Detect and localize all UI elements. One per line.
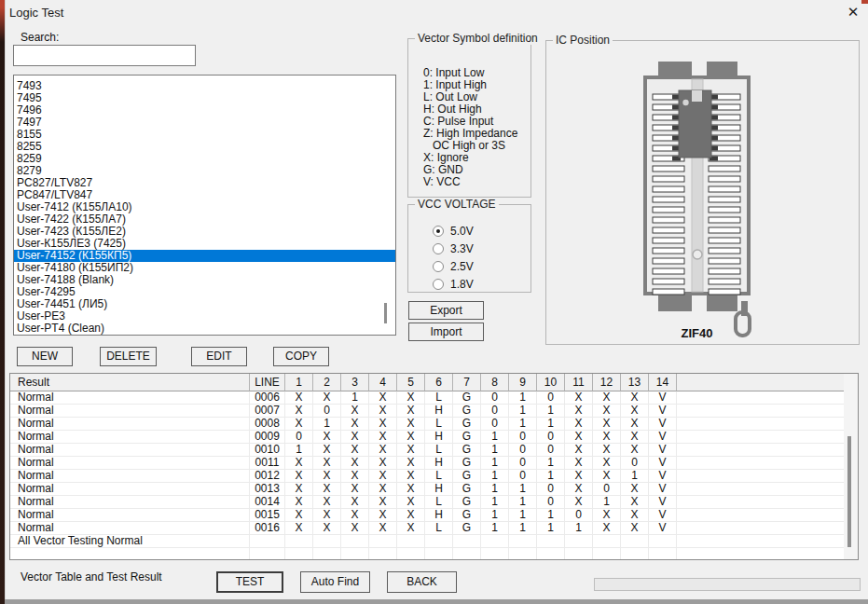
chip-list-scrollbar-thumb[interactable] — [384, 303, 387, 323]
column-header-pin[interactable]: 3 — [341, 374, 369, 391]
list-item[interactable]: User-PT4 (Clean) — [14, 323, 395, 335]
radio-icon[interactable] — [433, 243, 444, 254]
list-item[interactable]: 8255 — [14, 141, 395, 153]
vcc-option-label: 5.0V — [450, 225, 474, 238]
pin-cell: X — [369, 444, 397, 457]
radio-icon[interactable] — [433, 279, 444, 290]
list-item[interactable]: User-74451 (ЛИ5) — [14, 298, 395, 310]
column-header-pin[interactable]: 4 — [369, 374, 397, 391]
pin-cell: L — [425, 444, 453, 457]
empty-cell — [250, 548, 285, 560]
window-title: Logic Test — [9, 6, 63, 20]
list-item[interactable]: 7493 — [14, 80, 395, 92]
vcc-option-5.0v[interactable]: 5.0V — [433, 225, 474, 238]
pin-cell: X — [313, 444, 341, 457]
table-row[interactable]: Normal0015XXXXXHG1110XXV — [10, 509, 858, 522]
column-header-pin[interactable]: 8 — [481, 374, 509, 391]
column-header-pin[interactable]: 5 — [397, 374, 425, 391]
pin-cell — [285, 535, 313, 548]
back-button[interactable]: BACK — [387, 571, 457, 593]
export-button[interactable]: Export — [408, 301, 484, 320]
table-row[interactable]: Normal0007X0XXXHG011XXXV — [10, 405, 858, 418]
new-button[interactable]: NEW — [17, 347, 73, 366]
pin-cell: X — [397, 522, 425, 535]
column-header-pin[interactable]: 1 — [285, 374, 313, 391]
vcc-option-2.5v[interactable]: 2.5V — [433, 260, 474, 273]
pin-cell: 1 — [285, 444, 313, 457]
column-header-pin[interactable]: 6 — [425, 374, 453, 391]
radio-icon[interactable] — [433, 261, 444, 272]
pin-cell: X — [369, 509, 397, 522]
copy-button[interactable]: COPY — [273, 347, 329, 366]
line-cell: 0011 — [250, 457, 285, 470]
pin-cell: X — [369, 405, 397, 418]
search-input[interactable] — [13, 45, 196, 66]
table-row[interactable]: Normal0012XXXXXLG101XX1V — [10, 470, 858, 483]
edit-button[interactable]: EDIT — [191, 347, 247, 366]
vector-table[interactable]: ResultLINE1234567891011121314Normal0006X… — [9, 373, 859, 560]
pin-cell: X — [341, 509, 369, 522]
column-header-line[interactable]: LINE — [250, 374, 285, 391]
column-header-pin[interactable]: 9 — [509, 374, 537, 391]
radio-icon[interactable] — [433, 226, 444, 237]
vcc-option-3.3v[interactable]: 3.3V — [433, 242, 474, 255]
list-item[interactable]: 7496 — [14, 104, 395, 117]
pin-cell: 1 — [509, 483, 537, 496]
chip-list[interactable]: 74937495749674978155825582598279PC827/LT… — [13, 75, 396, 336]
table-row[interactable]: Normal00090XXXXHG100XXXV — [10, 431, 858, 444]
empty-cell — [10, 548, 250, 560]
column-header-pin[interactable]: 12 — [593, 374, 621, 391]
vector-symbol-line: V: VCC — [423, 176, 517, 188]
result-cell: Normal — [10, 496, 250, 509]
pin-cell: 0 — [481, 391, 509, 405]
table-row[interactable]: Normal0016XXXXXLG1111XXV — [10, 522, 858, 535]
table-row[interactable]: Normal0013XXXXXHG110X0XV — [10, 483, 858, 496]
pin-cell: X — [341, 470, 369, 483]
column-header-pin[interactable]: 2 — [313, 374, 341, 391]
vcc-option-1.8v[interactable]: 1.8V — [433, 278, 474, 291]
test-button[interactable]: TEST — [216, 571, 283, 593]
pin-cell: 0 — [537, 444, 565, 457]
column-header-pin[interactable]: 7 — [453, 374, 481, 391]
pin-cell: X — [621, 405, 649, 418]
table-header-row: ResultLINE1234567891011121314 — [10, 374, 858, 391]
vector-table-scrollbar-thumb[interactable] — [847, 436, 851, 547]
column-header-pin[interactable]: 14 — [649, 374, 677, 391]
column-header-pin[interactable]: 10 — [537, 374, 565, 391]
zif-socket-diagram — [545, 40, 860, 345]
table-row[interactable]: Normal0014XXXXXLG110X1XV — [10, 496, 858, 509]
line-cell: 0006 — [250, 391, 285, 405]
pin-cell — [397, 535, 425, 548]
list-item[interactable]: 8259 — [14, 153, 395, 165]
pin-cell: X — [341, 483, 369, 496]
list-item[interactable]: 8155 — [14, 129, 395, 141]
pin-cell: 1 — [481, 522, 509, 535]
close-button[interactable]: ✕ — [842, 2, 864, 22]
filler-cell — [677, 470, 858, 483]
delete-button[interactable]: DELETE — [100, 347, 157, 366]
column-header-pin[interactable]: 11 — [565, 374, 593, 391]
import-button[interactable]: Import — [408, 323, 484, 341]
table-row[interactable]: Normal00101XXXXLG100XXXV — [10, 444, 858, 457]
pin-cell: X — [565, 496, 593, 509]
table-row[interactable]: Normal0006XX1XXLG010XXXV — [10, 391, 858, 405]
pin-cell: G — [453, 483, 481, 496]
table-row[interactable]: Normal0011XXXXXHG101XX0V — [10, 457, 858, 470]
pin-cell: 1 — [537, 405, 565, 418]
pin-cell: V — [649, 418, 677, 431]
pin-cell: L — [425, 470, 453, 483]
filler-cell — [677, 405, 858, 418]
list-item[interactable]: 7497 — [14, 117, 395, 129]
column-header-result[interactable]: Result — [10, 374, 250, 391]
pin-cell: 0 — [565, 509, 593, 522]
list-item[interactable]: 7495 — [14, 92, 395, 104]
filler-cell — [677, 535, 858, 548]
pin-cell: X — [565, 418, 593, 431]
pin-cell — [649, 535, 677, 548]
result-cell: Normal — [10, 405, 250, 418]
pin-cell: X — [593, 391, 621, 405]
auto-find-button[interactable]: Auto Find — [300, 571, 370, 593]
pin-cell — [453, 535, 481, 548]
column-header-pin[interactable]: 13 — [621, 374, 649, 391]
table-row[interactable]: Normal0008X1XXXLG011XXXV — [10, 418, 858, 431]
